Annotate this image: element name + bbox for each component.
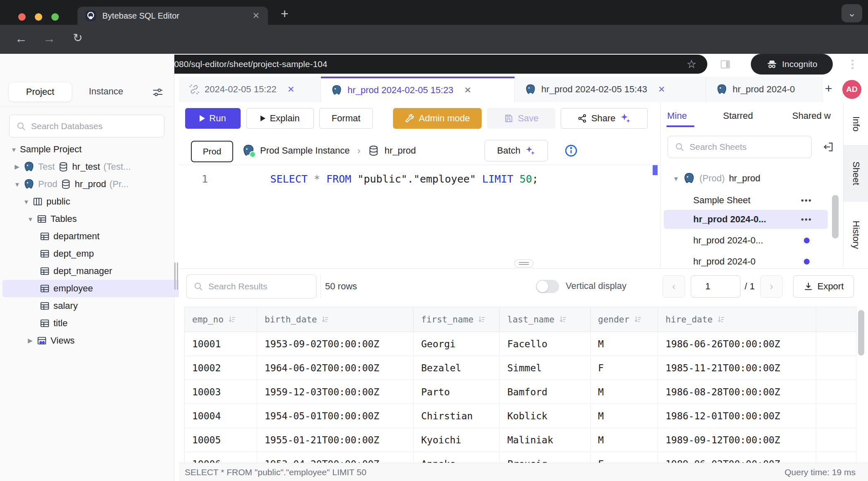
table-cell[interactable]: M — [591, 428, 658, 452]
new-worksheet-button[interactable]: + — [825, 82, 832, 96]
column-header[interactable]: hire_date — [658, 307, 816, 332]
sheet-scrollbar[interactable] — [832, 195, 839, 238]
database-name[interactable]: hr_prod — [384, 145, 416, 156]
browser-menu-icon[interactable] — [851, 58, 854, 71]
table-cell[interactable]: Bamford — [500, 380, 591, 404]
close-icon[interactable]: ✕ — [287, 84, 295, 94]
table-cell[interactable]: Parto — [414, 380, 500, 404]
sheet-search[interactable] — [668, 136, 812, 158]
close-icon[interactable]: ✕ — [658, 84, 665, 94]
export-button[interactable]: Export — [793, 275, 854, 298]
vertical-display-toggle[interactable] — [536, 280, 559, 293]
window-minimize-button[interactable] — [35, 13, 42, 21]
tab-history[interactable]: History — [844, 202, 868, 268]
tree-item-views[interactable]: ▶ Views — [0, 332, 201, 349]
table-cell[interactable]: 1964-06-02T00:00:00Z — [257, 356, 414, 380]
share-button[interactable]: Share — [561, 108, 648, 129]
worksheet-tab-4[interactable]: hr_prod 2024-0 — [706, 77, 823, 102]
table-cell[interactable]: Maliniak — [500, 428, 591, 452]
tree-item-tables[interactable]: ▼ Tables — [0, 210, 201, 228]
table-cell[interactable]: 1953-04-20T00:00:00Z — [257, 452, 414, 463]
table-cell[interactable]: 10004 — [185, 404, 257, 428]
chevron-down-icon[interactable]: ▼ — [27, 216, 33, 223]
tree-item-db-prod[interactable]: ▼ Prod hr_prod (Pr... — [0, 176, 188, 193]
table-cell[interactable]: 10005 — [185, 428, 257, 452]
page-input[interactable] — [691, 275, 740, 298]
table-cell[interactable]: Kyoichi — [414, 428, 500, 452]
table-cell[interactable]: 10001 — [185, 332, 257, 356]
table-cell[interactable]: Preusig — [500, 452, 591, 463]
chevron-right-icon[interactable]: ▶ — [27, 337, 33, 344]
window-zoom-button[interactable] — [51, 13, 59, 21]
sql-editor-line[interactable]: 1 SELECT * FROM "public"."employee" LIMI… — [179, 170, 660, 188]
sheet-item[interactable]: hr_prod 2024-0 — [664, 252, 828, 268]
prev-page-button[interactable]: ‹ — [663, 275, 685, 298]
sheet-item[interactable]: hr_prod 2024-0... — [664, 231, 828, 250]
table-cell[interactable]: 1985-11-21T00:00:00Z — [658, 356, 816, 380]
address-bar[interactable]: localhost:8080/sql-editor/sheet/project-… — [103, 55, 707, 74]
worksheet-tab-1[interactable]: 2024-02-05 15:22 ✕ — [179, 77, 321, 102]
back-icon[interactable]: ← — [15, 31, 27, 46]
window-close-button[interactable] — [18, 13, 26, 21]
sheet-search-input[interactable] — [689, 142, 811, 152]
chevron-down-icon[interactable]: ▼ — [673, 175, 679, 182]
table-cell[interactable]: 1989-06-02T00:00:00Z — [658, 452, 816, 463]
table-cell[interactable]: 1953-09-02T00:00:00Z — [257, 332, 414, 356]
table-cell[interactable]: Bezalel — [414, 356, 500, 380]
bookmark-star-icon[interactable]: ☆ — [687, 58, 697, 71]
tab-project[interactable]: Project — [8, 82, 72, 102]
tree-item-schema-public[interactable]: ▼ public — [0, 193, 197, 210]
table-cell[interactable]: 10003 — [185, 380, 257, 404]
side-panel-icon[interactable] — [720, 59, 731, 70]
table-cell[interactable]: M — [591, 404, 658, 428]
format-button[interactable]: Format — [319, 108, 373, 129]
table-cell[interactable]: 10006 — [185, 452, 257, 463]
table-cell[interactable]: 1955-01-21T00:00:00Z — [257, 428, 414, 452]
ai-sparkle-icon[interactable] — [620, 113, 631, 124]
admin-mode-button[interactable]: Admin mode — [393, 108, 482, 129]
forward-icon[interactable]: → — [43, 31, 55, 46]
table-cell[interactable]: M — [591, 380, 658, 404]
info-icon[interactable] — [564, 144, 578, 158]
table-cell[interactable]: 1986-06-26T00:00:00Z — [658, 332, 816, 356]
column-header[interactable]: first_name — [414, 307, 500, 332]
more-menu-icon[interactable]: ••• — [801, 215, 812, 224]
table-cell[interactable]: 1986-12-01T00:00:00Z — [658, 404, 816, 428]
table-cell[interactable]: F — [591, 452, 658, 463]
explain-button[interactable]: Explain — [246, 108, 314, 129]
tab-shared[interactable]: Shared w — [792, 111, 831, 121]
tree-item-db-test[interactable]: ▶ Test hr_test (Test... — [0, 158, 188, 176]
database-search-input[interactable] — [30, 121, 164, 132]
close-icon[interactable]: ✕ — [464, 85, 472, 95]
table-cell[interactable]: Anneke — [414, 452, 500, 463]
table-cell[interactable]: Chirstian — [414, 404, 500, 428]
instance-name[interactable]: Prod Sample Instance — [260, 145, 350, 156]
new-tab-button[interactable]: + — [281, 6, 289, 22]
chevron-down-icon[interactable]: ▼ — [11, 146, 17, 153]
import-sheet-icon[interactable] — [822, 141, 834, 153]
column-header[interactable]: last_name — [500, 307, 591, 332]
reload-icon[interactable]: ↻ — [73, 31, 82, 45]
results-scrollbar[interactable] — [858, 310, 864, 356]
browser-tab-close-icon[interactable]: ✕ — [252, 11, 260, 21]
tab-sheet-active[interactable]: Sheet — [844, 146, 868, 202]
tab-mine[interactable]: Mine — [667, 111, 687, 121]
table-cell[interactable]: 10002 — [185, 356, 257, 380]
browser-tab[interactable]: Bytebase SQL Editor ✕ — [77, 7, 268, 25]
tree-item-project[interactable]: ▼ Sample Project — [0, 141, 185, 158]
database-search[interactable] — [9, 115, 164, 137]
batch-button[interactable]: Batch — [485, 140, 548, 161]
column-header[interactable]: gender — [591, 307, 658, 332]
tab-starred[interactable]: Starred — [723, 111, 753, 121]
more-menu-icon[interactable]: ••• — [801, 196, 812, 205]
sheet-item[interactable]: Sample Sheet ••• — [664, 191, 828, 210]
table-cell[interactable]: Georgi — [414, 332, 500, 356]
run-button[interactable]: Run — [185, 108, 241, 129]
save-button[interactable]: Save — [487, 108, 555, 129]
chevron-down-icon[interactable]: ▼ — [23, 198, 29, 205]
sidebar-resize-handle[interactable] — [174, 262, 178, 290]
column-header[interactable]: emp_no — [185, 307, 257, 332]
column-header[interactable]: birth_date — [257, 307, 414, 332]
table-cell[interactable]: Koblick — [500, 404, 591, 428]
table-cell[interactable]: 1959-12-03T00:00:00Z — [257, 380, 414, 404]
